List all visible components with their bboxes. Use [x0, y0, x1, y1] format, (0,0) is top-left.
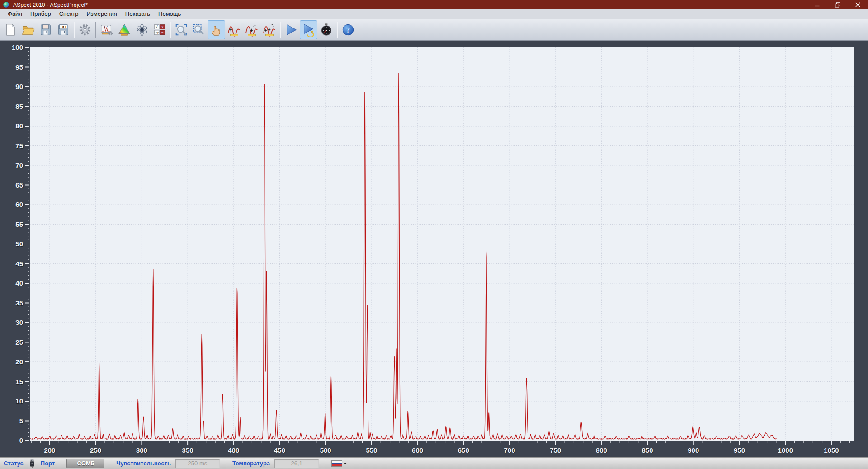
toolbar-separator	[337, 22, 337, 38]
svg-text:600: 600	[412, 446, 423, 454]
chevron-down-icon	[344, 463, 347, 464]
svg-text:750: 750	[550, 446, 561, 454]
svg-text:√: √	[156, 25, 158, 29]
minimize-icon[interactable]	[807, 0, 827, 9]
add-peak-button[interactable]	[225, 20, 243, 39]
application-window: ASpect 2010 - ASpectProject* ФайлПриборС…	[0, 0, 868, 469]
gear-icon	[78, 23, 92, 37]
status-label: Статус	[4, 460, 24, 467]
math-functions-button[interactable]: √xExpe	[151, 20, 168, 39]
svg-text:85: 85	[15, 103, 23, 110]
color-triangle-icon	[118, 23, 131, 37]
save-button[interactable]	[37, 20, 54, 39]
peak-plus-icon	[227, 23, 241, 37]
question-icon: ?	[341, 23, 355, 37]
measure-once-button[interactable]	[282, 20, 300, 39]
add-all-peaks-button[interactable]	[260, 20, 278, 39]
svg-text:950: 950	[734, 446, 745, 454]
temperature-field[interactable]: 26,1	[274, 459, 319, 468]
open-folder-icon	[21, 23, 35, 37]
math-grid-icon: √xExpe	[153, 23, 166, 37]
chart-region: 2002503003504004505005506006507007508008…	[0, 41, 868, 457]
measurement-display-button[interactable]: 12	[98, 20, 115, 39]
aspect-sphere-icon	[3, 1, 9, 8]
help-button[interactable]: ?	[339, 20, 357, 39]
toolbar-separator	[170, 22, 170, 38]
svg-text:500: 500	[320, 446, 331, 454]
svg-text:45: 45	[15, 260, 23, 267]
svg-text:10: 10	[15, 397, 23, 405]
save-txt-button[interactable]: TXT	[54, 20, 72, 39]
svg-text:850: 850	[642, 446, 653, 454]
svg-text:50: 50	[15, 240, 23, 248]
svg-text:70: 70	[15, 161, 23, 169]
toolbar-separator	[280, 22, 280, 38]
title-bar: ASpect 2010 - ASpectProject*	[0, 0, 868, 9]
svg-text:450: 450	[274, 446, 285, 454]
spectral-lines-button[interactable]	[133, 20, 151, 39]
svg-text:5: 5	[19, 417, 23, 425]
svg-text:1050: 1050	[824, 446, 839, 454]
sensitivity-field[interactable]: 250 ms	[175, 459, 220, 468]
svg-text:90: 90	[15, 83, 23, 90]
svg-text:0: 0	[19, 436, 23, 444]
svg-text:550: 550	[366, 446, 377, 454]
svg-text:650: 650	[458, 446, 469, 454]
svg-text:700: 700	[504, 446, 515, 454]
svg-text:40: 40	[15, 279, 23, 287]
measurement-display-icon: 12	[100, 23, 113, 37]
svg-text:?: ?	[346, 26, 350, 33]
port-value-button[interactable]: COM5	[66, 459, 104, 468]
close-icon[interactable]	[848, 0, 868, 9]
svg-text:x: x	[161, 25, 163, 29]
svg-text:100: 100	[12, 43, 23, 51]
open-file-button[interactable]	[19, 20, 37, 39]
restore-icon[interactable]	[827, 0, 848, 9]
status-bar: Статус Порт COM5 Чувствительность 250 ms…	[0, 457, 868, 469]
play-loop-icon	[302, 23, 316, 37]
svg-text:20: 20	[15, 358, 23, 366]
zoom-button[interactable]	[172, 20, 190, 39]
zoom-selection-button[interactable]	[190, 20, 208, 39]
menu-item-0[interactable]: Файл	[4, 9, 26, 19]
svg-text:900: 900	[688, 446, 699, 454]
svg-text:80: 80	[15, 122, 23, 130]
toolbar-separator	[95, 22, 96, 38]
pan-button[interactable]	[208, 20, 225, 39]
atom-icon	[135, 23, 149, 37]
menu-item-2[interactable]: Спектр	[55, 9, 83, 19]
window-title: ASpect 2010 - ASpectProject*	[13, 2, 88, 8]
svg-text:55: 55	[15, 220, 23, 228]
svg-text:25: 25	[15, 338, 23, 346]
peak-plus-mid-icon	[245, 23, 259, 37]
svg-text:15: 15	[15, 378, 23, 385]
play-icon	[284, 23, 298, 37]
menu-bar: ФайлПриборСпектрИзмеренияПоказатьПомощь	[0, 9, 868, 19]
svg-text:30: 30	[15, 319, 23, 326]
menu-item-4[interactable]: Показать	[121, 9, 154, 19]
color-measurement-button[interactable]	[115, 20, 133, 39]
sensitivity-label: Чувствительность	[116, 460, 171, 467]
svg-text:400: 400	[228, 446, 239, 454]
timer-button[interactable]	[317, 20, 335, 39]
add-peak-marker-button[interactable]	[243, 20, 260, 39]
usb-connector-icon	[29, 459, 35, 468]
svg-text:200: 200	[44, 446, 55, 454]
save-floppy-icon	[39, 23, 52, 37]
language-selector[interactable]	[331, 460, 347, 467]
magnifier-icon	[175, 23, 188, 37]
window-controls	[807, 0, 868, 9]
settings-button[interactable]	[76, 20, 94, 39]
svg-text:e: e	[161, 30, 163, 34]
svg-text:2: 2	[107, 24, 108, 28]
spectrum-chart[interactable]: 2002503003504004505005506006507007508008…	[0, 41, 868, 457]
new-file-button[interactable]	[1, 20, 19, 39]
save-txt-icon: TXT	[57, 23, 70, 37]
menu-item-3[interactable]: Измерения	[82, 9, 121, 19]
svg-text:300: 300	[136, 446, 147, 454]
menu-item-5[interactable]: Помощь	[154, 9, 185, 19]
menu-item-1[interactable]: Прибор	[26, 9, 55, 19]
toolbar-separator	[74, 22, 74, 38]
measure-continuous-button[interactable]	[300, 20, 317, 39]
new-file-icon	[4, 23, 17, 37]
